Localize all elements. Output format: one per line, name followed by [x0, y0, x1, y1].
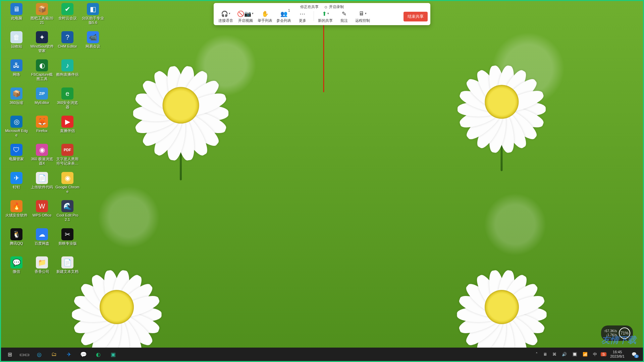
desktop-icon[interactable]: ◉Google Chrome [55, 172, 80, 197]
desktop-icon[interactable]: 📄新建文本文档 [55, 256, 80, 282]
desktop-icon[interactable]: 🐧腾讯QQ [4, 228, 29, 254]
taskbar-app-wechat[interactable]: 💬 [76, 348, 91, 361]
taskbar-clock[interactable]: 16:45 2023/8/1 [608, 350, 626, 359]
ime-brand-indicator[interactable]: S [601, 352, 606, 356]
app-icon: 🔥 [10, 200, 22, 212]
desktop-icon-label: 360 极速浏览器X [30, 157, 54, 166]
desktop-icon-label: 百度网盘 [35, 241, 49, 246]
taskbar-app-meeting[interactable]: ◐ [91, 348, 106, 361]
app-icon: ✦ [36, 31, 48, 43]
desktop-icon[interactable]: 🦊Firefox [29, 116, 55, 141]
desktop-icon-label: 分区助手专业版5.6 [81, 16, 105, 25]
chevron-down-icon: ▾ [327, 12, 329, 15]
task-view-icon: ▭▭ [19, 351, 30, 358]
ime-language[interactable]: 中 [591, 352, 599, 357]
desktop-icon-label: FSCapture截图工具 [30, 72, 54, 81]
desktop-icon-label: 此电脑 [11, 16, 22, 20]
tray-battery-icon[interactable]: 🔲 [571, 352, 579, 357]
desktop-icon[interactable]: 🖧网络 [4, 59, 29, 85]
desktop-icon[interactable]: ✦WindSoul软件管家 [29, 31, 55, 57]
taskbar-app-explorer[interactable]: 🗂 [47, 348, 61, 361]
app-icon: ◧ [87, 3, 99, 15]
desktop-icon[interactable]: e360安全浏览器 [55, 87, 80, 113]
app-icon: ZIP [36, 87, 48, 100]
start-recording[interactable]: 开启录制 [325, 4, 344, 9]
desktop-icon[interactable]: ◧分区助手专业版5.6 [80, 3, 106, 28]
wallpaper-flower [451, 257, 552, 357]
app-icon: 🐧 [10, 228, 22, 240]
app-icon: 🛡 [10, 144, 22, 156]
desktop-icon-label: 文字是人类用符号记录表… [55, 157, 79, 166]
app-icon: 📄 [61, 256, 73, 268]
meeting-share-toolbar: 你正在共享 开启录制 🎧▾ 连接语音 🚫📷▾ 开启视频 ✋ 举手列表 👥1 参会… [214, 3, 430, 25]
annotate-button[interactable]: ✎ 批注 [335, 10, 353, 23]
app-icon: ✂ [61, 228, 73, 240]
desktop-icon-label: MyEditor [35, 101, 49, 105]
action-center-button[interactable]: 💬 3 [628, 350, 640, 359]
desktop-icon[interactable]: ?CHM Editor [55, 31, 80, 57]
desktop-icon-label: Google Chrome [55, 185, 79, 194]
desktop-icon-label: Cool Edit Pro 2.1 [55, 213, 79, 222]
tray-bluetooth-icon[interactable]: ⌘ [551, 352, 558, 357]
tray-chevron-up-icon[interactable]: ˄ [534, 352, 539, 357]
desktop-icon[interactable]: 💬微信 [4, 256, 29, 282]
more-button[interactable]: ⋯ 更多 [293, 10, 312, 23]
desktop-icon[interactable]: ✔全时云会议 [55, 3, 80, 28]
desktop-icon-label: WPS Office [33, 213, 52, 218]
desktop-icon[interactable]: ▶直播伴侣 [55, 116, 80, 141]
task-view-button[interactable]: ▭▭ [17, 348, 32, 361]
desktop-icon[interactable]: 🛡电脑管家 [4, 144, 29, 169]
participants-button[interactable]: 👥1 参会列表 [274, 10, 293, 23]
desktop-icon[interactable]: WWPS Office [29, 200, 55, 226]
video-off-icon: 🚫📷 [237, 10, 251, 17]
record-icon [325, 6, 327, 8]
chevron-down-icon: ▾ [229, 12, 230, 15]
desktop-icon[interactable]: 📦360压缩 [4, 87, 29, 113]
desktop-icon-label: 直播伴侣 [60, 129, 75, 133]
network-monitor-widget[interactable]: ↑67.3K/s ↓1.7K/s 71% [601, 325, 633, 341]
desktop-icon[interactable]: ✂剪映专业版 [55, 228, 80, 254]
desktop-icon[interactable]: ZIPMyEditor [29, 87, 55, 113]
taskbar-app-remote[interactable]: ▣ [106, 348, 120, 361]
tray-volume-icon[interactable]: 🔊 [560, 352, 569, 357]
share-screen-icon: ⬆ [322, 10, 327, 17]
desktop-icon[interactable]: 📁香香公司 [29, 256, 55, 282]
taskbar-app-edge[interactable]: ◎ [32, 348, 47, 361]
start-video-button[interactable]: 🚫📷▾ 开启视频 [235, 10, 256, 23]
desktop-icon[interactable]: 🖥此电脑 [4, 3, 29, 28]
app-icon: 🗑 [10, 31, 22, 43]
start-button[interactable]: ⊞ [2, 348, 17, 361]
desktop-icon[interactable]: ✈钉钉 [4, 172, 29, 197]
wallpaper-flower [66, 257, 167, 357]
upload-speed: 67.3K/s [605, 329, 617, 333]
app-icon: ✈ [10, 172, 22, 184]
app-icon: e [61, 87, 73, 100]
connect-audio-button[interactable]: 🎧▾ 连接语音 [216, 10, 235, 23]
remote-control-button[interactable]: 🖥▾ 远程控制 [353, 10, 372, 23]
desktop-icon[interactable]: ♪酷狗直播伴侣 [55, 59, 80, 85]
desktop-icon-label: WindSoul软件管家 [30, 44, 54, 53]
desktop-icon-label: 微信 [13, 269, 20, 274]
desktop-icon[interactable]: 🌊Cool Edit Pro 2.1 [55, 200, 80, 226]
stop-share-button[interactable]: 结束共享 [404, 12, 428, 21]
tray-network-icon[interactable]: 📶 [581, 352, 589, 357]
windows-icon: ⊞ [8, 351, 12, 358]
desktop-icon-label: 电脑管家 [9, 157, 24, 161]
desktop-icon[interactable]: PDF文字是人类用符号记录表… [55, 144, 80, 169]
raise-hand-list-button[interactable]: ✋ 举手列表 [256, 10, 274, 23]
desktop-icon[interactable]: 📄上传软件代码 [29, 172, 55, 197]
desktop-icon-label: 剪映专业版 [58, 241, 77, 246]
desktop-icon[interactable]: ◐FSCapture截图工具 [29, 59, 55, 85]
tray-monitor-icon[interactable]: 🖥 [541, 352, 549, 357]
toolbar-divider [314, 11, 314, 21]
desktop-icon[interactable]: 🗑回收站 [4, 31, 29, 57]
desktop-icon[interactable]: ☁百度网盘 [29, 228, 55, 254]
new-share-button[interactable]: ⬆▾ 新的共享 [316, 10, 335, 23]
desktop-icon[interactable]: 📹网易会议 [80, 31, 106, 57]
desktop-icon[interactable]: 🔥火绒安全软件 [4, 200, 29, 226]
desktop-icon[interactable]: ◉360 极速浏览器X [29, 144, 55, 169]
desktop-icon[interactable]: 📦图吧工具箱2021 [29, 3, 55, 28]
app-icon: W [36, 200, 48, 212]
desktop-icon[interactable]: ◎Microsoft Edge [4, 116, 29, 141]
taskbar-app-dingtalk[interactable]: ✈ [61, 348, 76, 361]
